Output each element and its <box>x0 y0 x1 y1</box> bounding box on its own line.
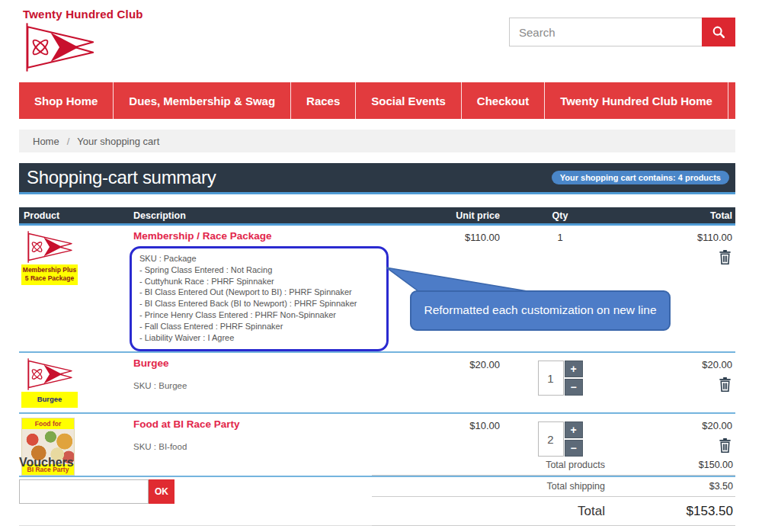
vouchers-section: Vouchers OK <box>19 456 373 526</box>
customization-line: - Spring Class Entered : Not Racing <box>139 264 379 276</box>
quantity-stepper: 1 + − <box>538 361 583 396</box>
customization-line: - Fall Class Entered : PHRF Spinnaker <box>139 321 379 332</box>
cart-row-burgee: Burgee Burgee SKU : Burgee $20.00 1 + − … <box>19 353 735 414</box>
customization-line: - BI Class Entered Out (Newport to BI) :… <box>139 287 379 298</box>
burgee-flag-image <box>24 357 75 392</box>
cart-totals: Total products $150.00 Total shipping $3… <box>372 454 735 526</box>
total-shipping-value: $3.50 <box>608 481 735 492</box>
burgee-flag-image <box>24 229 75 264</box>
breadcrumb-current: Your shopping cart <box>77 136 159 147</box>
customization-line: - BI Class Entered Back (BI to Newport) … <box>139 298 379 309</box>
cart-table: Product Description Unit price Qty Total… <box>19 207 735 477</box>
search-button[interactable] <box>702 18 735 46</box>
col-header-qty: Qty <box>511 210 610 221</box>
col-header-product: Product <box>19 210 133 221</box>
delete-item-button[interactable] <box>718 377 732 395</box>
product-image-caption-line1: Membership Plus <box>22 266 77 274</box>
product-title-link[interactable]: Burgee <box>133 357 385 369</box>
product-image-membership-package[interactable]: Membership Plus 5 Race Package <box>21 229 78 285</box>
total-shipping-row: Total shipping $3.50 <box>372 476 735 497</box>
customization-line: - Cuttyhunk Race : PHRF Spinnaker <box>139 276 379 287</box>
col-header-total: Total <box>610 210 735 221</box>
product-title-link[interactable]: Food at BI Race Party <box>133 418 385 430</box>
quantity-decrease-button[interactable]: − <box>565 379 583 396</box>
grand-total-value: $153.50 <box>608 504 735 519</box>
search-icon <box>712 25 725 39</box>
total-shipping-label: Total shipping <box>372 481 608 492</box>
delete-item-button[interactable] <box>718 437 732 456</box>
product-image-caption: Burgee <box>21 392 78 408</box>
total-products-value: $150.00 <box>608 460 735 470</box>
trash-icon <box>718 437 732 453</box>
voucher-code-input[interactable] <box>19 479 149 504</box>
cart-count-badge: Your shopping cart contains: 4 products <box>552 171 729 184</box>
breadcrumb-separator: / <box>67 136 70 147</box>
total-products-label: Total products <box>372 460 608 470</box>
search-bar <box>509 18 735 46</box>
delete-item-button[interactable] <box>718 249 732 268</box>
trash-icon <box>718 377 732 393</box>
main-nav: Shop Home Dues, Membership & Swag Races … <box>19 82 735 119</box>
nav-item-social-events[interactable]: Social Events <box>356 82 462 119</box>
search-input[interactable] <box>509 18 702 46</box>
product-title-link[interactable]: Membership / Race Package <box>133 230 385 242</box>
product-image-burgee[interactable]: Burgee <box>21 357 78 408</box>
quantity-stepper: 2 + − <box>538 421 583 457</box>
product-sku: SKU : BI-food <box>133 442 385 451</box>
nav-item-checkout[interactable]: Checkout <box>462 82 545 119</box>
row-total: $20.00 <box>702 420 732 431</box>
customization-line: SKU : Package <box>139 253 379 264</box>
voucher-ok-button[interactable]: OK <box>149 479 174 504</box>
customization-line: - Prince Henry Class Entered : PHRF Non-… <box>139 309 379 321</box>
nav-item-dues-membership-swag[interactable]: Dues, Membership & Swag <box>114 82 291 119</box>
nav-item-shop-home[interactable]: Shop Home <box>19 82 114 119</box>
site-logo-title[interactable]: Twenty Hundred Club <box>23 8 143 21</box>
trash-icon <box>718 249 732 265</box>
customization-annotation-box: SKU : Package - Spring Class Entered : N… <box>130 246 389 351</box>
page-title: Shopping-cart summary <box>19 167 216 188</box>
cart-table-header: Product Description Unit price Qty Total <box>19 207 735 226</box>
shopping-cart-page: Twenty Hundred Club Shop Home Dues, Memb… <box>0 0 762 532</box>
club-burgee-logo[interactable] <box>21 20 98 75</box>
quantity-value[interactable]: 2 <box>538 421 564 457</box>
breadcrumb: Home / Your shopping cart <box>19 130 735 152</box>
quantity-value[interactable]: 1 <box>538 361 564 396</box>
product-sku: SKU : Burgee <box>133 381 385 390</box>
vouchers-title: Vouchers <box>19 456 373 470</box>
col-header-description: Description <box>133 210 385 221</box>
row-total: $20.00 <box>702 359 732 370</box>
row-total: $110.00 <box>697 232 732 243</box>
quantity-increase-button[interactable]: + <box>565 421 583 438</box>
nav-item-races[interactable]: Races <box>291 82 356 119</box>
cart-summary-header: Shopping-cart summary Your shopping cart… <box>19 163 735 194</box>
quantity-increase-button[interactable]: + <box>565 361 583 377</box>
grand-total-row: Total $153.50 <box>372 497 735 526</box>
grand-total-label: Total <box>372 504 608 519</box>
breadcrumb-home-link[interactable]: Home <box>33 136 59 147</box>
annotation-callout: Reformatted each customization on new li… <box>410 290 671 331</box>
product-image-caption-top: Food for <box>22 418 74 429</box>
col-header-unit-price: Unit price <box>385 210 511 221</box>
total-products-row: Total products $150.00 <box>372 454 735 476</box>
customization-line: - Liability Waiver : I Agree <box>139 332 379 344</box>
unit-price: $20.00 <box>385 353 511 412</box>
nav-item-club-home[interactable]: Twenty Hundred Club Home <box>545 82 728 119</box>
product-image-caption-line2: 5 Race Package <box>22 274 77 283</box>
